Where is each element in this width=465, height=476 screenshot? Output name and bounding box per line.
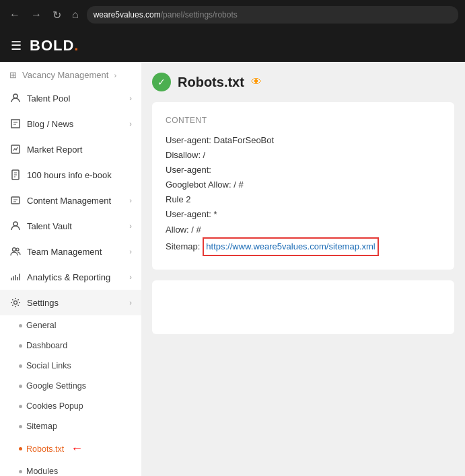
sub-dot-icon xyxy=(19,470,22,473)
dashboard-label: Dashboard xyxy=(26,341,67,350)
chevron-icon: › xyxy=(129,247,132,255)
chevron-icon: › xyxy=(129,222,132,230)
content-mgmt-label: Content Management xyxy=(27,196,124,206)
robots-line-5: Rule 2 xyxy=(166,192,441,207)
sitemap-url-link[interactable]: https://www.weare5values.com/sitemap.xml xyxy=(203,237,378,256)
team-mgmt-label: Team Management xyxy=(27,247,124,257)
blog-news-icon xyxy=(9,118,22,130)
hamburger-icon[interactable]: ☰ xyxy=(11,38,22,53)
sidebar-item-ebook[interactable]: 100 hours info e-book xyxy=(0,162,141,188)
sidebar-item-vacancy[interactable]: ⊞ Vacancy Management › xyxy=(0,65,141,85)
settings-label: Settings xyxy=(27,298,124,308)
sidebar-sub-item-cookies-popup[interactable]: Cookies Popup xyxy=(0,396,141,416)
home-button[interactable]: ⌂ xyxy=(69,7,81,22)
modules-label: Modules xyxy=(26,467,58,476)
general-label: General xyxy=(26,321,56,330)
sub-dot-icon xyxy=(19,425,22,428)
blog-news-label: Blog / News xyxy=(27,119,124,129)
address-bar[interactable]: weare5values.com /panel/settings/robots xyxy=(87,6,458,24)
arrow-indicator: ← xyxy=(71,442,83,456)
top-bar: ☰ BOLD. xyxy=(0,30,465,62)
browser-chrome: ← → ↻ ⌂ weare5values.com /panel/settings… xyxy=(0,0,465,30)
cookies-popup-label: Cookies Popup xyxy=(26,401,83,411)
sidebar-item-blog-news[interactable]: Blog / News › xyxy=(0,111,141,136)
sub-dot-active-icon xyxy=(19,447,22,450)
sidebar-item-content-management[interactable]: Content Management › xyxy=(0,188,141,213)
empty-card xyxy=(152,280,454,334)
sidebar-item-settings[interactable]: Settings › xyxy=(0,290,141,315)
team-mgmt-icon xyxy=(9,245,22,257)
page-status-icon: ✓ xyxy=(152,73,171,91)
robots-line-3: User-agent: xyxy=(166,163,441,177)
svg-point-7 xyxy=(14,301,17,305)
robots-txt-label: Robots.txt xyxy=(26,444,64,454)
talent-vault-label: Talent Vault xyxy=(27,221,124,231)
talent-pool-label: Talent Pool xyxy=(27,93,124,104)
back-button[interactable]: ← xyxy=(7,7,23,22)
main-content: ⊞ Vacancy Management › Talent Pool › Blo… xyxy=(0,62,465,476)
sub-dot-icon xyxy=(19,405,22,408)
sitemap-label: Sitemap xyxy=(26,422,57,431)
svg-rect-3 xyxy=(11,197,20,204)
content-label: Content xyxy=(166,116,441,125)
robots-line-1: User-agent: DataForSeoBot xyxy=(166,133,441,148)
sidebar-item-talent-vault[interactable]: Talent Vault › xyxy=(0,213,141,239)
ebook-label: 100 hours info e-book xyxy=(27,170,132,180)
market-report-icon xyxy=(9,143,22,155)
analytics-label: Analytics & Reporting xyxy=(27,272,124,282)
content-area: ✓ Robots.txt 👁 Content User-agent: DataF… xyxy=(141,62,465,476)
chevron-icon: › xyxy=(129,299,132,307)
chevron-icon: › xyxy=(129,196,132,204)
sitemap-line: Sitemap: https://www.weare5values.com/si… xyxy=(166,237,441,256)
chevron-icon: › xyxy=(129,273,132,281)
sidebar: ⊞ Vacancy Management › Talent Pool › Blo… xyxy=(0,62,141,476)
app-container: ☰ BOLD. ⊞ Vacancy Management › Talent Po… xyxy=(0,30,465,476)
content-mgmt-icon xyxy=(9,194,22,206)
svg-point-5 xyxy=(13,248,16,251)
chevron-icon: › xyxy=(129,94,132,102)
sidebar-sub-item-robots-txt[interactable]: Robots.txt ← xyxy=(0,436,141,461)
refresh-button[interactable]: ↻ xyxy=(50,7,64,23)
social-links-label: Social Links xyxy=(26,361,71,370)
eye-icon[interactable]: 👁 xyxy=(251,76,262,88)
sidebar-sub-item-sitemap[interactable]: Sitemap xyxy=(0,416,141,436)
sub-dot-icon xyxy=(19,324,22,327)
vacancy-label: Vacancy Management xyxy=(22,70,108,80)
sub-dot-icon xyxy=(19,385,22,388)
sidebar-sub-item-dashboard[interactable]: Dashboard xyxy=(0,335,141,356)
svg-point-0 xyxy=(13,94,17,98)
robots-line-6: User-agent: * xyxy=(166,207,441,222)
logo-text: BOLD xyxy=(30,37,74,54)
google-settings-label: Google Settings xyxy=(26,381,86,391)
sub-dot-icon xyxy=(19,344,22,348)
sidebar-item-market-report[interactable]: Market Report xyxy=(0,136,141,162)
sidebar-item-team-management[interactable]: Team Management › xyxy=(0,239,141,264)
svg-point-6 xyxy=(16,248,19,251)
robots-line-2: Disallow: / xyxy=(166,148,441,163)
grid-icon: ⊞ xyxy=(9,70,17,80)
robots-line-4: Googlebot Allow: / # xyxy=(166,177,441,192)
analytics-icon xyxy=(9,271,22,283)
sidebar-item-talent-pool[interactable]: Talent Pool › xyxy=(0,85,141,111)
market-report-label: Market Report xyxy=(27,145,132,155)
robots-line-7: Allow: / # xyxy=(166,223,441,237)
forward-button[interactable]: → xyxy=(28,7,44,22)
content-card: Content User-agent: DataForSeoBot Disall… xyxy=(152,102,454,270)
page-header: ✓ Robots.txt 👁 xyxy=(152,73,454,91)
page-title: Robots.txt xyxy=(178,75,244,90)
sidebar-item-analytics[interactable]: Analytics & Reporting › xyxy=(0,264,141,290)
chevron-icon: › xyxy=(129,120,132,128)
sidebar-sub-item-general[interactable]: General xyxy=(0,315,141,335)
address-highlight: weare5values.com xyxy=(94,10,161,19)
talent-vault-icon xyxy=(9,220,22,232)
address-rest: /panel/settings/robots xyxy=(161,10,238,19)
sidebar-sub-item-modules[interactable]: Modules xyxy=(0,461,141,476)
logo: BOLD. xyxy=(30,37,79,54)
sidebar-sub-item-google-settings[interactable]: Google Settings xyxy=(0,376,141,396)
robots-content: User-agent: DataForSeoBot Disallow: / Us… xyxy=(166,133,441,256)
talent-pool-icon xyxy=(9,92,22,104)
logo-dot: . xyxy=(74,37,79,54)
ebook-icon xyxy=(9,169,22,181)
settings-icon xyxy=(9,296,22,309)
sidebar-sub-item-social-links[interactable]: Social Links xyxy=(0,356,141,376)
